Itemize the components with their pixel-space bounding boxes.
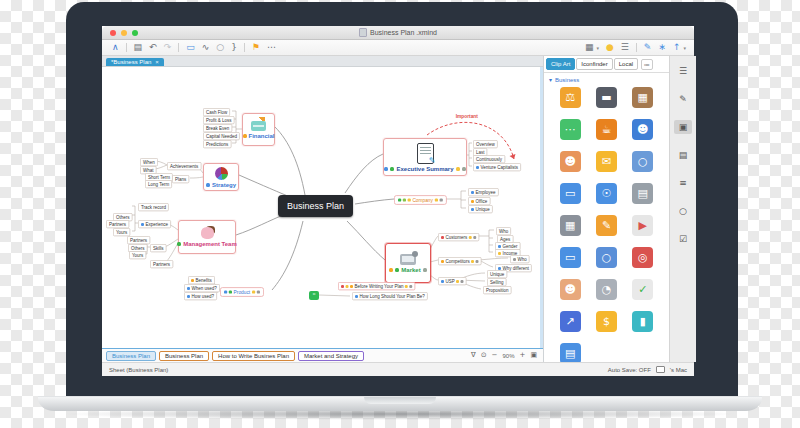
checklist-icon[interactable]: ✓ [632, 279, 653, 300]
printer-icon[interactable]: ▭ [560, 247, 581, 268]
sub-employee[interactable]: Employee [468, 188, 499, 196]
close-window-icon[interactable] [110, 30, 116, 36]
sheet-tab-0[interactable]: Business Plan [106, 351, 156, 361]
topic-strategy[interactable]: Strategy [203, 163, 239, 191]
save-icon[interactable]: ▤ [134, 43, 143, 52]
dropdown-caret-icon[interactable]: ▾ [683, 45, 686, 51]
lightbulb-icon[interactable]: ● [606, 43, 614, 52]
web-layout-icon[interactable]: ▦ [560, 215, 581, 236]
sub-venture-capitalists[interactable]: Venture Capitalists [473, 163, 521, 171]
inbox-tray-icon[interactable]: ▤ [632, 183, 653, 204]
sub-long-term[interactable]: Long Term [145, 180, 172, 188]
quote-topic[interactable]: “ [309, 291, 319, 300]
sub-profit-loss[interactable]: Profit & Loss [203, 116, 235, 124]
dollar-coin-icon[interactable]: $ [596, 311, 617, 332]
topic-management-team[interactable]: Management Team [178, 220, 236, 254]
format-icon[interactable]: ☰ [674, 64, 692, 78]
topic-company[interactable]: Company [394, 195, 447, 205]
sub-predictions[interactable]: Predictions [203, 140, 231, 148]
sub-plans[interactable]: Plans [172, 175, 189, 183]
sub-partners-2[interactable]: Partners [127, 236, 150, 244]
coffee-cup-icon[interactable]: ☕ [596, 119, 617, 140]
support-person-icon[interactable]: ☻ [560, 151, 581, 172]
sub-unique-2[interactable]: Unique [487, 270, 507, 278]
structure-icon[interactable]: ▤ [674, 148, 692, 162]
chat-bubbles-icon[interactable]: ⋯ [560, 119, 581, 140]
sub-who-1[interactable]: Who [496, 227, 511, 235]
summary-icon[interactable]: } [231, 43, 237, 52]
sub-proposition[interactable]: Proposition [483, 286, 512, 294]
close-tab-icon[interactable]: × [155, 59, 159, 65]
presentation-board-icon[interactable]: ▶ [632, 215, 653, 236]
sub-experience[interactable]: Experience [138, 220, 171, 228]
sub-overview[interactable]: Overview [473, 140, 498, 148]
presentation-icon[interactable]: ▦ [585, 43, 594, 52]
sub-unique-1[interactable]: Unique [468, 205, 493, 213]
sub-yours-2[interactable]: Yours [129, 251, 146, 259]
sub-usp[interactable]: USP [438, 277, 467, 285]
share-icon[interactable]: ∗ [658, 43, 666, 52]
sub-office[interactable]: Office [468, 197, 490, 205]
topic-executive-summary[interactable]: Executive Summary [383, 138, 467, 176]
sub-partners-1[interactable]: Partners [106, 220, 129, 228]
slides-icon[interactable]: ☰ [621, 43, 629, 52]
export-icon[interactable]: ↑ [673, 43, 681, 52]
sub-how-used[interactable]: How used? [184, 292, 217, 300]
panel-collapse-icon[interactable]: ≔ [641, 59, 653, 70]
panel-tab-clip-art[interactable]: Clip Art [546, 58, 575, 70]
comment-icon[interactable]: ○ [674, 204, 692, 218]
floating-before-writing[interactable]: Before Writing Your Plan [338, 282, 415, 290]
sub-skills[interactable]: Skills [150, 244, 167, 252]
sub-when[interactable]: When [140, 158, 158, 166]
sub-break-even[interactable]: Break Even [203, 124, 232, 132]
sheet-tab-2[interactable]: How to Write Busines Plan [212, 351, 295, 361]
briefcase-icon[interactable]: ▬ [596, 87, 617, 108]
panel-tab-iconfinder[interactable]: Iconfinder [576, 58, 612, 70]
home-chevron-icon[interactable]: ∧ [112, 43, 119, 52]
contact-book-icon[interactable]: ☻ [632, 119, 653, 140]
sheet-tab-3[interactable]: Market and Strategy [298, 351, 364, 361]
sub-yours-1[interactable]: Yours [113, 228, 130, 236]
boundary-icon[interactable]: ○ [216, 43, 224, 52]
card-window-icon[interactable]: ▤ [560, 343, 581, 364]
undo-icon[interactable]: ↶ [149, 43, 157, 52]
topic-market[interactable]: Market [385, 243, 431, 283]
pencil-icon[interactable]: ✎ [596, 215, 617, 236]
mindmap-canvas[interactable]: Important Business PlanFinancialStrategy… [102, 67, 543, 348]
fit-icon[interactable]: ▣ [530, 351, 537, 360]
zoom-out-icon[interactable]: − [492, 351, 498, 360]
sub-competitors[interactable]: Competitors [438, 257, 482, 265]
calculator-icon[interactable]: ▦ [632, 87, 653, 108]
people-group-icon[interactable]: ☻ [560, 279, 581, 300]
growth-chart-icon[interactable]: ↗ [560, 311, 581, 332]
magnifier-icon[interactable]: ○ [596, 247, 617, 268]
topic-product[interactable]: Product [220, 287, 264, 297]
target-icon[interactable]: ◎ [632, 247, 653, 268]
dropdown-caret-icon[interactable]: ▾ [596, 45, 599, 51]
sub-benefits[interactable]: Benefits [188, 276, 215, 284]
microphone-icon[interactable]: ▮ [632, 311, 653, 332]
tab-business-plan[interactable]: *Business Plan × [106, 58, 164, 66]
clipart-category[interactable]: ▾ Business [544, 73, 669, 84]
theme-brush-icon[interactable]: ✎ [674, 92, 692, 106]
sub-cash-flow[interactable]: Cash Flow [203, 108, 230, 116]
clipart-icon[interactable]: ▣ [674, 120, 692, 134]
sub-customers[interactable]: Customers [438, 233, 479, 241]
folder-icon[interactable]: ▭ [560, 183, 581, 204]
pen-icon[interactable]: ✎ [644, 43, 652, 52]
minimize-window-icon[interactable] [121, 30, 127, 36]
insert-topic-icon[interactable]: ▭ [186, 43, 195, 52]
clock-icon[interactable]: ◔ [596, 279, 617, 300]
redo-icon[interactable]: ↷ [164, 43, 172, 52]
sub-partners-3[interactable]: Partners [150, 260, 173, 268]
eye-icon[interactable]: ⊙ [481, 351, 487, 360]
sub-when-used[interactable]: When used? [184, 284, 220, 292]
topic-financial[interactable]: Financial [242, 113, 275, 146]
envelope-icon[interactable]: ✉ [596, 151, 617, 172]
filter-icon[interactable]: ∇ [471, 351, 476, 360]
central-topic[interactable]: Business Plan [278, 195, 353, 217]
sub-who-2[interactable]: Who [510, 255, 530, 263]
sub-selling[interactable]: Selling [487, 278, 507, 286]
floating-how-long[interactable]: How Long Should Your Plan Be? [352, 292, 428, 300]
notes-icon[interactable]: ≡ [674, 176, 692, 190]
